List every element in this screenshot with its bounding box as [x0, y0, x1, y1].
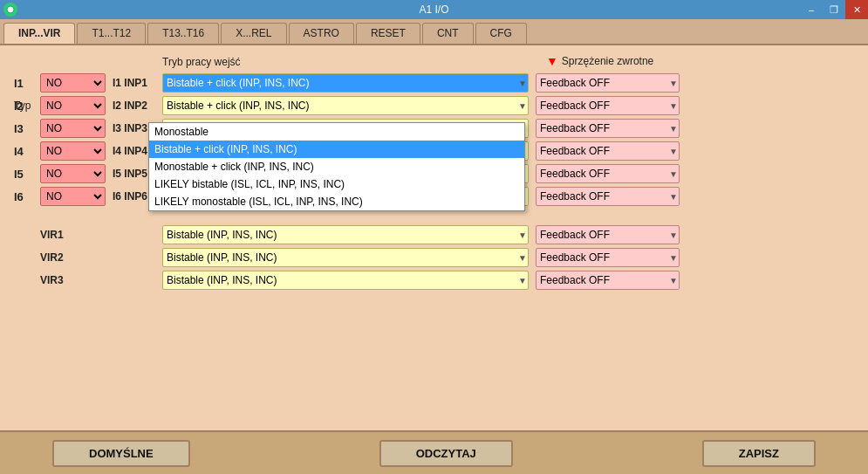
feedback-select-i3[interactable]: Feedback OFFFeedback ON	[536, 119, 680, 138]
row-label-i5: I5	[14, 168, 40, 181]
feedback-select-i1[interactable]: Feedback OFFFeedback ON	[536, 73, 680, 93]
vir-rows-container: VIR1Bistable (INP, INS, INC)Monostable (…	[14, 225, 854, 290]
tryb-select-vir2[interactable]: Bistable (INP, INS, INC)Monostable (INP,…	[162, 248, 529, 267]
dropdown-item[interactable]: Monostable	[149, 123, 524, 141]
tryb-select-vir3[interactable]: Bistable (INP, INS, INC)Monostable (INP,…	[162, 271, 529, 290]
tab-reset[interactable]: RESET	[356, 23, 420, 44]
dropdown-item[interactable]: LIKELY monostable (ISL, ICL, INP, INS, I…	[149, 193, 524, 210]
dropdown-item[interactable]: Bistable + click (INP, INS, INC)	[149, 141, 524, 158]
feedback-select-i2[interactable]: Feedback OFFFeedback ON	[536, 96, 680, 115]
tab-t1-t12[interactable]: T1...T12	[77, 23, 146, 44]
tab-astro[interactable]: ASTRO	[289, 23, 354, 44]
input-label-i2: I2 INP2	[106, 100, 162, 112]
typ-select-i3[interactable]: NONCNB	[40, 119, 106, 138]
input-row-i1: I1NONCNBI1 INP1Bistable + click (INP, IN…	[14, 73, 854, 93]
row-label-i6: I6	[14, 190, 40, 203]
header-tryb: Tryb pracy wejść	[162, 56, 546, 70]
column-headers: Tryb pracy wejść ▼ Sprzężenie zwrotne	[14, 54, 854, 70]
zapisz-button[interactable]: ZAPISZ	[702, 440, 816, 467]
vir-label-vir2: VIR2	[14, 251, 162, 264]
typ-select-i2[interactable]: NONCNB	[40, 96, 106, 115]
input-label-i1: I1 INP1	[106, 77, 162, 89]
row-label-i4: I4	[14, 145, 40, 158]
typ-select-i4[interactable]: NONCNB	[40, 141, 106, 161]
tryb-select-vir1[interactable]: Bistable (INP, INS, INC)Monostable (INP,…	[162, 225, 529, 244]
feedback-select-i5[interactable]: Feedback OFFFeedback ON	[536, 164, 680, 183]
domyslne-button[interactable]: DOMYŚLNE	[52, 440, 190, 467]
vir-row-vir2: VIR2Bistable (INP, INS, INC)Monostable (…	[14, 248, 854, 267]
tryb-select-i2[interactable]: Bistable + click (INP, INS, INC)Monostab…	[162, 96, 529, 115]
close-button[interactable]: ✕	[845, 0, 868, 19]
bottom-bar: DOMYŚLNE ODCZYTAJ ZAPISZ	[0, 430, 868, 474]
header-typ: Typ	[14, 100, 31, 112]
restore-button[interactable]: ❐	[823, 0, 845, 19]
vir-row-vir1: VIR1Bistable (INP, INS, INC)Monostable (…	[14, 225, 854, 244]
tab-cfg[interactable]: CFG	[475, 23, 527, 44]
tryb-select-i1[interactable]: Bistable + click (INP, INS, INC)Monostab…	[162, 73, 529, 93]
header-sprzezenie: ▼ Sprzężenie zwrotne	[546, 54, 703, 70]
feedback-select-i6[interactable]: Feedback OFFFeedback ON	[536, 187, 680, 206]
tab-bar: INP...VIRT1...T12T13..T16X...RELASTRORES…	[0, 19, 868, 45]
row-label-i1: I1	[14, 77, 40, 90]
feedback-select-vir2[interactable]: Feedback OFFFeedback ON	[536, 248, 680, 267]
window-controls: – ❐ ✕	[800, 0, 868, 19]
minimize-button[interactable]: –	[800, 0, 823, 19]
feedback-select-i4[interactable]: Feedback OFFFeedback ON	[536, 141, 680, 161]
dropdown-item[interactable]: Monostable + click (INP, INS, INC)	[149, 158, 524, 175]
input-row-i2: I2NONCNBI2 INP2Bistable + click (INP, IN…	[14, 96, 854, 115]
tab-x-rel[interactable]: X...REL	[221, 23, 286, 44]
window-title: A1 I/O	[419, 3, 448, 16]
typ-select-i1[interactable]: NONCNB	[40, 73, 106, 93]
vir-label-vir3: VIR3	[14, 274, 162, 286]
feedback-select-vir3[interactable]: Feedback OFFFeedback ON	[536, 271, 680, 290]
app-icon	[3, 3, 17, 17]
tab-inp-vir[interactable]: INP...VIR	[3, 23, 75, 44]
vir-label-vir1: VIR1	[14, 229, 162, 241]
odczytaj-button[interactable]: ODCZYTAJ	[379, 440, 513, 467]
main-content: Tryb pracy wejść ▼ Sprzężenie zwrotne I1…	[0, 45, 868, 302]
typ-select-i5[interactable]: NONCNB	[40, 164, 106, 183]
tab-t13-t16[interactable]: T13..T16	[147, 23, 219, 44]
vir-row-vir3: VIR3Bistable (INP, INS, INC)Monostable (…	[14, 271, 854, 290]
tab-cnt[interactable]: CNT	[422, 23, 474, 44]
arrow-down-icon: ▼	[546, 54, 558, 68]
dropdown-item[interactable]: LIKELY bistable (ISL, ICL, INP, INS, INC…	[149, 175, 524, 193]
title-bar: A1 I/O – ❐ ✕	[0, 0, 868, 19]
dropdown-overlay: MonostableBistable + click (INP, INS, IN…	[148, 122, 525, 211]
feedback-select-vir1[interactable]: Feedback OFFFeedback ON	[536, 225, 680, 244]
svg-point-0	[7, 6, 14, 13]
typ-select-i6[interactable]: NONCNB	[40, 187, 106, 206]
row-label-i3: I3	[14, 122, 40, 135]
